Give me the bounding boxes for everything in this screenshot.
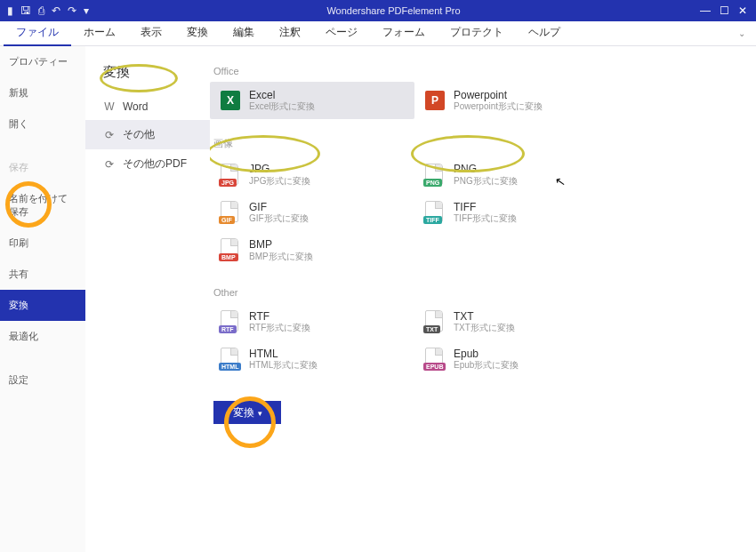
format-tile-html[interactable]: HTMLHTMLHTML形式に変換	[210, 340, 414, 378]
file-icon: JPG	[221, 164, 240, 187]
sidebar-item-6[interactable]: 共有	[0, 259, 85, 290]
format-desc: RTF形式に変換	[249, 323, 310, 333]
redo-icon[interactable]: ↷	[68, 4, 76, 17]
format-name: HTML	[249, 348, 318, 360]
xls-icon: X	[221, 91, 240, 110]
category-icon: ⟳	[103, 158, 116, 171]
format-tile-txt[interactable]: TXTTXTTXT形式に変換	[414, 303, 619, 340]
category-item-0[interactable]: WWord	[85, 93, 210, 120]
file-icon: HTML	[221, 348, 240, 371]
sidebar-item-2[interactable]: 開く	[0, 108, 85, 140]
sidebar-item-4[interactable]: 名前を付けて保存	[0, 183, 85, 228]
close-button[interactable]: ✕	[738, 4, 747, 17]
category-item-2[interactable]: ⟳その他のPDF	[85, 149, 210, 179]
format-name: TIFF	[454, 201, 517, 213]
format-name: Epub	[454, 348, 519, 360]
format-name: GIF	[249, 201, 309, 213]
format-desc: TXT形式に変換	[454, 323, 515, 333]
format-desc: Powerpoint形式に変換	[454, 101, 543, 112]
format-name: JPG	[249, 163, 310, 175]
sidebar-item-3[interactable]: 保存	[0, 152, 85, 183]
format-tile-epub[interactable]: EPUBEpubEpub形式に変換	[414, 340, 619, 378]
menubar-item-7[interactable]: フォーム	[370, 20, 438, 46]
sidebar-item-8[interactable]: 最適化	[0, 321, 85, 352]
menubar-item-0[interactable]: ファイル	[4, 20, 71, 46]
format-name: BMP	[249, 238, 313, 251]
format-tile-png[interactable]: PNGPNGPNG形式に変換	[414, 156, 619, 193]
sidebar-item-1[interactable]: 新規	[0, 77, 85, 108]
ppt-icon: P	[425, 91, 445, 110]
menubar-item-6[interactable]: ページ	[313, 20, 370, 46]
category-label: その他のPDF	[123, 156, 187, 172]
format-name: RTF	[249, 310, 310, 323]
menubar-item-8[interactable]: プロテクト	[438, 20, 516, 46]
panel-title: 変換	[85, 57, 210, 93]
convert-formats-panel: OfficeXExcelExcel形式に変換PPowerpointPowerpo…	[210, 46, 756, 552]
category-label: その他	[123, 127, 155, 142]
format-desc: TIFF形式に変換	[454, 213, 517, 224]
category-icon: ⟳	[103, 129, 116, 141]
format-tile-ppt[interactable]: PPowerpointPowerpoint形式に変換	[414, 82, 619, 119]
save-icon[interactable]: 🖫	[20, 4, 31, 17]
file-sidebar: プロパティー新規開く保存名前を付けて保存印刷共有変換最適化設定	[0, 46, 85, 552]
maximize-button[interactable]: ☐	[720, 4, 729, 17]
ribbon-expand-icon[interactable]: ⌄	[738, 28, 745, 38]
app-title: Wondershare PDFelement Pro	[96, 5, 691, 16]
format-desc: HTML形式に変換	[249, 360, 318, 371]
sidebar-item-5[interactable]: 印刷	[0, 228, 85, 259]
file-icon: RTF	[221, 310, 240, 333]
menubar-item-3[interactable]: 変換	[174, 20, 221, 46]
format-name: Powerpoint	[454, 89, 543, 101]
file-icon: BMP	[221, 238, 240, 261]
category-item-1[interactable]: ⟳その他	[85, 120, 210, 149]
format-tile-xls[interactable]: XExcelExcel形式に変換	[210, 82, 414, 119]
titlebar: ▮ 🖫 ⎙ ↶ ↷ ▾ Wondershare PDFelement Pro —…	[0, 0, 756, 21]
menubar-item-1[interactable]: ホーム	[71, 20, 128, 46]
format-name: PNG	[454, 163, 518, 175]
format-desc: Epub形式に変換	[454, 360, 519, 371]
format-desc: PNG形式に変換	[454, 176, 518, 187]
menubar: ファイルホーム表示変換編集注釈ページフォームプロテクトヘルプ ⌄	[0, 21, 756, 46]
dropdown-icon[interactable]: ▾	[84, 4, 89, 17]
undo-icon[interactable]: ↶	[52, 4, 60, 17]
format-desc: Excel形式に変換	[249, 101, 315, 112]
format-desc: GIF形式に変換	[249, 213, 309, 224]
app-icon: ▮	[7, 4, 13, 17]
sidebar-item-9[interactable]: 設定	[0, 364, 85, 396]
menubar-item-9[interactable]: ヘルプ	[516, 20, 573, 46]
menubar-item-4[interactable]: 編集	[221, 20, 267, 46]
minimize-button[interactable]: —	[700, 4, 711, 17]
print-icon[interactable]: ⎙	[38, 4, 44, 17]
format-tile-jpg[interactable]: JPGJPGJPG形式に変換	[210, 156, 414, 193]
convert-button[interactable]: 変換	[213, 401, 281, 424]
format-tile-bmp[interactable]: BMPBMPBMP形式に変換	[210, 231, 414, 268]
format-tile-rtf[interactable]: RTFRTFRTF形式に変換	[210, 303, 414, 340]
format-name: TXT	[454, 310, 515, 323]
format-desc: JPG形式に変換	[249, 176, 310, 187]
category-label: Word	[123, 100, 148, 113]
file-icon: PNG	[425, 164, 445, 187]
file-icon: EPUB	[425, 348, 445, 371]
menubar-item-5[interactable]: 注釈	[267, 20, 313, 46]
sidebar-item-7[interactable]: 変換	[0, 290, 85, 321]
format-tile-gif[interactable]: GIFGIFGIF形式に変換	[210, 194, 414, 231]
file-icon: GIF	[221, 201, 240, 224]
sidebar-item-0[interactable]: プロパティー	[0, 46, 85, 77]
section-label: Other	[213, 287, 749, 298]
category-icon: W	[103, 100, 116, 113]
file-icon: TIFF	[425, 201, 445, 224]
format-name: Excel	[249, 89, 315, 101]
convert-category-column: 変換 WWord⟳その他⟳その他のPDF	[85, 46, 210, 552]
menubar-item-2[interactable]: 表示	[128, 20, 174, 46]
format-tile-tiff[interactable]: TIFFTIFFTIFF形式に変換	[414, 194, 619, 231]
section-label: 画像	[213, 137, 749, 150]
format-desc: BMP形式に変換	[249, 252, 313, 262]
section-label: Office	[213, 66, 749, 76]
file-icon: TXT	[425, 310, 445, 333]
